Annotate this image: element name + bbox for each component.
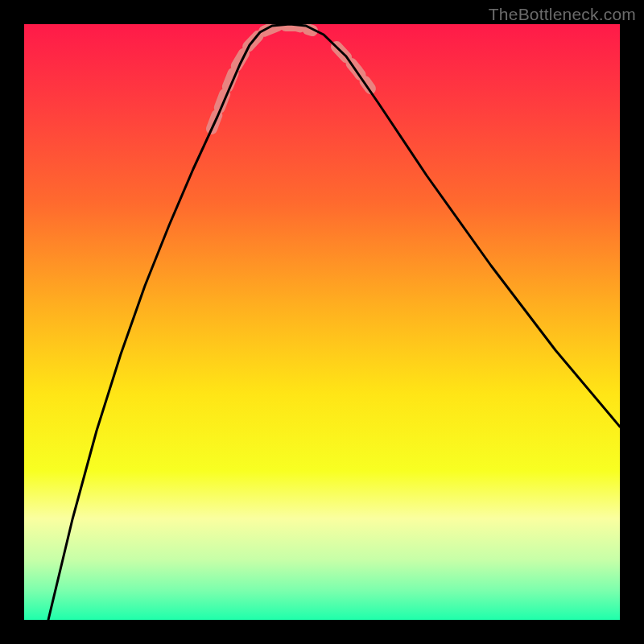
chart-frame: TheBottleneck.com (0, 0, 644, 644)
highlight-segment (212, 26, 312, 129)
bottleneck-curve (48, 24, 620, 620)
watermark-label: TheBottleneck.com (489, 5, 636, 24)
chart-svg (24, 24, 620, 620)
plot-area (24, 24, 620, 620)
